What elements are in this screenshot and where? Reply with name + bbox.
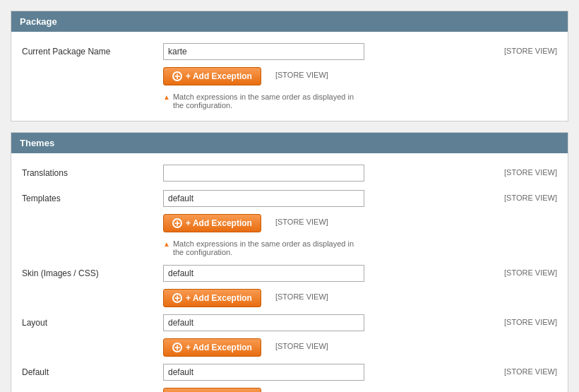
current-package-name-input[interactable]	[163, 43, 364, 60]
layout-store-view-2[interactable]: [STORE VIEW]	[275, 338, 328, 350]
templates-add-exception-button[interactable]: + + Add Exception	[163, 214, 261, 232]
current-package-name-label: Current Package Name	[22, 43, 163, 57]
default-row: Default [STORE VIEW]	[11, 360, 568, 385]
templates-store-view-1[interactable]: [STORE VIEW]	[504, 190, 557, 202]
default-add-exception-row: + + Add Exception [STORE VIEW]	[11, 385, 568, 392]
skin-add-exception-button[interactable]: + + Add Exception	[163, 289, 261, 307]
package-add-exception-label: + Add Exception	[186, 71, 252, 81]
default-store-view-1[interactable]: [STORE VIEW]	[504, 364, 557, 376]
layout-add-exception-label: + Add Exception	[186, 343, 252, 352]
skin-add-exception-row: + + Add Exception [STORE VIEW]	[11, 286, 568, 310]
templates-add-exception-wrapper: + + Add Exception	[163, 214, 261, 232]
package-add-exception-content: + + Add Exception [STORE VIEW]	[163, 67, 557, 85]
package-hint-text: Match expressions in the same order as d…	[173, 93, 364, 109]
templates-label: Templates	[22, 190, 163, 203]
translations-input[interactable]	[163, 165, 364, 182]
templates-add-exception-row: + + Add Exception [STORE VIEW]	[11, 211, 568, 235]
layout-input[interactable]	[163, 314, 364, 331]
plus-icon-2: +	[172, 218, 182, 228]
layout-add-exception-row: + + Add Exception [STORE VIEW]	[11, 335, 568, 360]
skin-input[interactable]	[163, 265, 364, 282]
default-add-exception-button[interactable]: + + Add Exception	[163, 388, 261, 392]
layout-add-exception-content: + + Add Exception [STORE VIEW]	[163, 338, 557, 357]
themes-section-body: Translations [STORE VIEW] Templates [STO…	[11, 153, 568, 392]
skin-add-exception-label: + Add Exception	[186, 293, 252, 303]
skin-field	[163, 265, 490, 282]
default-field-input-wrapper	[163, 364, 490, 381]
default-label: Default	[22, 364, 163, 377]
layout-field	[163, 314, 490, 331]
layout-store-view-1[interactable]: [STORE VIEW]	[504, 314, 557, 326]
current-package-store-view-2[interactable]: [STORE VIEW]	[275, 67, 328, 79]
themes-section-header: Themes	[11, 133, 568, 153]
plus-icon: +	[172, 71, 182, 81]
layout-row: Layout [STORE VIEW]	[11, 310, 568, 335]
skin-add-exception-wrapper: + + Add Exception	[163, 289, 261, 307]
layout-add-exception-button[interactable]: + + Add Exception	[163, 338, 261, 357]
translations-label: Translations	[22, 165, 163, 178]
package-add-exception-row: + + Add Exception [STORE VIEW]	[11, 64, 568, 88]
layout-add-exception-wrapper: + + Add Exception	[163, 338, 261, 357]
package-hint-row: ▲ Match expressions in the same order as…	[11, 88, 568, 114]
default-add-exception-content: + + Add Exception [STORE VIEW]	[163, 388, 557, 392]
templates-input[interactable]	[163, 190, 364, 207]
hint-icon: ▲	[163, 93, 170, 101]
current-package-store-view-1[interactable]: [STORE VIEW]	[504, 43, 557, 55]
translations-field	[163, 165, 490, 182]
package-section-body: Current Package Name [STORE VIEW] + + Ad…	[11, 32, 568, 121]
plus-icon-4: +	[172, 343, 182, 352]
default-add-exception-wrapper: + + Add Exception	[163, 388, 261, 392]
translations-store-view[interactable]: [STORE VIEW]	[504, 165, 557, 177]
templates-add-exception-content: + + Add Exception [STORE VIEW]	[163, 214, 557, 232]
skin-add-exception-content: + + Add Exception [STORE VIEW]	[163, 289, 557, 307]
hint-icon-2: ▲	[163, 240, 170, 248]
templates-hint-text: Match expressions in the same order as d…	[173, 239, 364, 256]
layout-label: Layout	[22, 314, 163, 328]
templates-row: Templates [STORE VIEW]	[11, 186, 568, 211]
default-store-view-2[interactable]: [STORE VIEW]	[275, 388, 328, 392]
package-add-exception-wrapper: + + Add Exception	[163, 67, 261, 85]
package-section-header: Package	[11, 11, 568, 32]
themes-section-title: Themes	[20, 138, 54, 148]
templates-field	[163, 190, 490, 207]
templates-store-view-2[interactable]: [STORE VIEW]	[275, 214, 328, 226]
current-package-name-row: Current Package Name [STORE VIEW]	[11, 39, 568, 64]
page-wrapper: Package Current Package Name [STORE VIEW…	[0, 0, 579, 392]
package-add-exception-button[interactable]: + + Add Exception	[163, 67, 261, 85]
translations-row: Translations [STORE VIEW]	[11, 160, 568, 186]
templates-add-exception-label: + Add Exception	[186, 218, 252, 228]
skin-store-view-1[interactable]: [STORE VIEW]	[504, 265, 557, 277]
themes-section: Themes Translations [STORE VIEW] Templat…	[11, 132, 568, 392]
default-input[interactable]	[163, 364, 364, 381]
skin-row: Skin (Images / CSS) [STORE VIEW]	[11, 261, 568, 286]
package-hint: ▲ Match expressions in the same order as…	[163, 93, 364, 109]
skin-label: Skin (Images / CSS)	[22, 265, 163, 278]
templates-hint-row: ▲ Match expressions in the same order as…	[11, 235, 568, 261]
current-package-name-field	[163, 43, 490, 60]
templates-hint: ▲ Match expressions in the same order as…	[163, 239, 364, 256]
package-section-title: Package	[20, 16, 57, 27]
skin-store-view-2[interactable]: [STORE VIEW]	[275, 289, 328, 301]
package-section: Package Current Package Name [STORE VIEW…	[11, 11, 568, 121]
plus-icon-3: +	[172, 293, 182, 303]
